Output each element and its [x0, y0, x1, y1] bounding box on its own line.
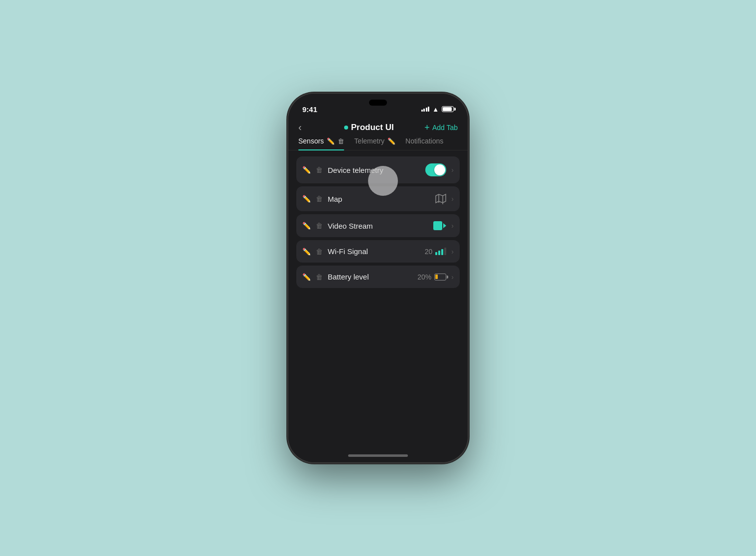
toggle-switch[interactable] [425, 163, 446, 176]
item-value-video [433, 221, 446, 230]
item-label: Device telemetry [328, 166, 420, 174]
svg-rect-2 [433, 221, 442, 230]
status-bar: 9:41 ▲ [288, 94, 468, 118]
item-value-map [435, 193, 446, 204]
home-indicator [288, 448, 468, 462]
phone-screen: 9:41 ▲ ‹ Product UI [288, 94, 468, 462]
item-trash-icon[interactable]: 🗑 [316, 248, 323, 256]
telemetry-edit-icon[interactable]: ✏️ [387, 138, 395, 145]
wifi-signal-icon [435, 248, 446, 255]
home-bar [348, 454, 408, 457]
battery-small-icon [434, 274, 446, 280]
item-trash-icon[interactable]: 🗑 [316, 273, 323, 281]
chevron-right-icon: › [451, 222, 454, 230]
item-edit-icon[interactable]: ✏️ [302, 248, 311, 256]
back-button[interactable]: ‹ [298, 122, 313, 133]
tab-sensors[interactable]: Sensors ✏️ 🗑 [298, 137, 344, 150]
tab-telemetry[interactable]: Telemetry ✏️ [354, 137, 395, 150]
item-edit-icon[interactable]: ✏️ [302, 195, 311, 203]
item-trash-icon[interactable]: 🗑 [316, 222, 323, 230]
nav-bar: ‹ Product UI + Add Tab [288, 118, 468, 137]
item-label: Battery level [328, 273, 412, 281]
phone-frame: 9:41 ▲ ‹ Product UI [288, 94, 468, 462]
list-item: ✏️ 🗑 Battery level 20% › [296, 266, 460, 288]
item-edit-icon[interactable]: ✏️ [302, 273, 311, 281]
add-tab-button[interactable]: + Add Tab [424, 123, 458, 132]
add-tab-label: Add Tab [432, 124, 458, 132]
signal-value-text: 20 [425, 248, 433, 256]
item-label: Video Stream [328, 222, 428, 230]
item-trash-icon[interactable]: 🗑 [316, 195, 323, 203]
svg-marker-3 [443, 223, 446, 228]
tab-notifications-label: Notifications [405, 137, 443, 145]
video-icon [433, 221, 446, 230]
tab-sensors-label: Sensors [298, 137, 324, 145]
toggle-knob [434, 164, 445, 175]
edit-icon[interactable]: ✏️ [327, 138, 335, 145]
status-dot [344, 126, 348, 130]
nav-title: Product UI [313, 123, 424, 133]
battery-icon [442, 106, 454, 112]
chevron-right-icon: › [451, 248, 454, 256]
item-label: Wi-Fi Signal [328, 247, 420, 256]
item-trash-icon[interactable]: 🗑 [316, 166, 323, 174]
signal-bars-icon [421, 107, 430, 112]
page-title: Product UI [351, 123, 394, 133]
map-icon [435, 193, 446, 204]
trash-icon[interactable]: 🗑 [338, 138, 344, 145]
tab-notifications[interactable]: Notifications [405, 137, 443, 150]
list-item: ✏️ 🗑 Map › [296, 186, 460, 211]
status-icons: ▲ [421, 106, 454, 113]
status-time: 9:41 [302, 105, 317, 114]
chevron-right-icon: › [451, 195, 454, 203]
tabs-bar: Sensors ✏️ 🗑 Telemetry ✏️ Notifications [288, 137, 468, 150]
content-list: ✏️ 🗑 Device telemetry › ✏️ 🗑 Map [288, 150, 468, 448]
list-item: ✏️ 🗑 Video Stream › [296, 214, 460, 237]
item-edit-icon[interactable]: ✏️ [302, 166, 311, 174]
item-value-signal: 20 [425, 248, 447, 256]
chevron-right-icon: › [451, 166, 454, 174]
list-item: ✏️ 🗑 Device telemetry › [296, 156, 460, 183]
battery-value-text: 20% [417, 273, 431, 281]
item-value-toggle[interactable] [425, 163, 446, 176]
item-label: Map [328, 195, 430, 203]
plus-icon: + [424, 123, 430, 132]
dynamic-island [369, 100, 387, 106]
item-value-battery: 20% [417, 273, 446, 281]
chevron-right-icon: › [451, 273, 454, 281]
wifi-icon: ▲ [432, 106, 439, 113]
list-item: ✏️ 🗑 Wi-Fi Signal 20 › [296, 240, 460, 263]
item-edit-icon[interactable]: ✏️ [302, 222, 311, 230]
tab-telemetry-label: Telemetry [354, 137, 384, 145]
